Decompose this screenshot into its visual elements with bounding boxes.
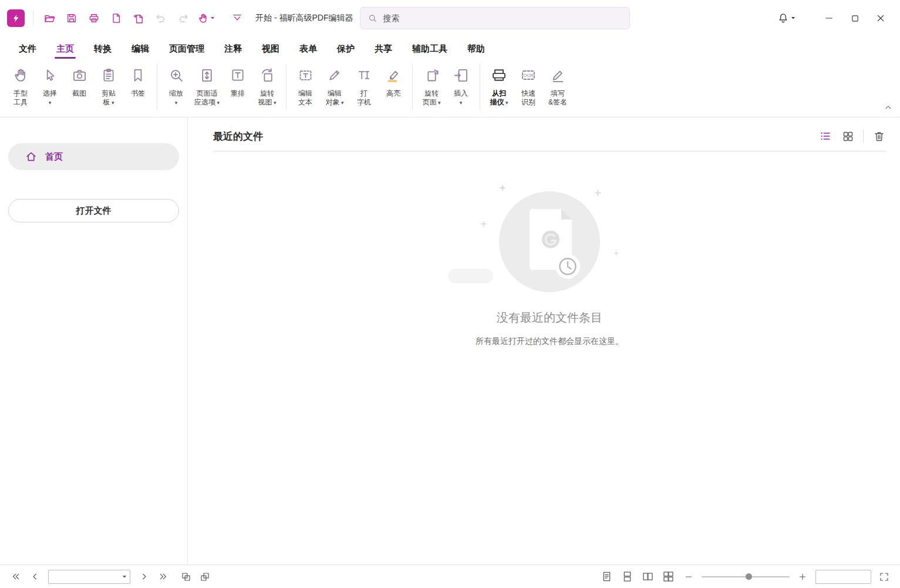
collapse-ribbon-button[interactable]	[884, 103, 893, 114]
rotate-pages-button[interactable]: 旋转 页面	[417, 63, 446, 109]
reflow-button[interactable]: 重排	[223, 63, 252, 99]
edit-object-button[interactable]: 编辑 对象	[320, 63, 349, 109]
fill-sign-label: 填写 &签名	[548, 89, 567, 107]
search-icon	[368, 13, 377, 23]
next-view-button[interactable]	[197, 569, 213, 584]
chevron-down-icon[interactable]	[119, 575, 130, 579]
save-icon	[66, 12, 77, 24]
maximize-button[interactable]	[842, 8, 867, 29]
home-icon	[25, 150, 38, 163]
illustration-circle	[499, 191, 600, 292]
facing-view-button[interactable]	[640, 569, 655, 584]
insert-pages-label: 插入	[454, 89, 468, 107]
tab-edit[interactable]: 编辑	[122, 39, 159, 59]
single-page-view-button[interactable]	[599, 569, 614, 584]
clear-recent-button[interactable]	[872, 129, 886, 143]
zoom-slider-thumb[interactable]	[746, 573, 752, 580]
undo-button[interactable]	[151, 8, 171, 28]
last-page-button[interactable]	[155, 569, 170, 584]
clipboard-icon	[101, 65, 116, 86]
tab-share[interactable]: 共享	[365, 39, 402, 59]
clipboard-button[interactable]: 剪贴 板	[94, 63, 123, 109]
chevron-right-icon	[139, 572, 149, 582]
tab-form[interactable]: 表单	[290, 39, 326, 59]
minimize-button[interactable]	[817, 8, 841, 29]
facing-continuous-view-button[interactable]	[660, 569, 676, 584]
previous-page-button[interactable]	[27, 569, 42, 584]
list-view-button[interactable]	[818, 129, 832, 143]
from-scanner-button[interactable]: 从扫 描仪	[484, 63, 514, 109]
toolbar-mode-button[interactable]	[227, 8, 247, 28]
titlebar-right	[773, 8, 893, 29]
page-number-input[interactable]	[49, 573, 119, 581]
quick-ocr-button[interactable]: OCR 快速 识别	[514, 63, 543, 108]
quick-ocr-label: 快速 识别	[521, 89, 535, 107]
search-box[interactable]	[360, 7, 630, 29]
rotate-view-button[interactable]: 旋转 视图	[252, 63, 282, 109]
tab-home[interactable]: 主页	[47, 39, 83, 59]
from-scanner-label: 从扫 描仪	[490, 89, 508, 107]
previous-view-button[interactable]	[178, 569, 194, 584]
fullscreen-button[interactable]	[877, 569, 892, 584]
titlebar: 开始 - 福昕高级PDF编辑器	[0, 0, 900, 36]
tab-accessibility[interactable]: 辅助工具	[403, 39, 457, 59]
insert-pages-button[interactable]: 插入	[446, 63, 476, 109]
grid-view-button[interactable]	[841, 129, 855, 143]
hand-tool-label: 手型 工具	[14, 89, 28, 107]
typewriter-button[interactable]: 打 字机	[349, 63, 379, 108]
toolbar-mode-icon	[231, 12, 243, 24]
open-file-sidebar-button[interactable]: 打开文件	[8, 199, 179, 222]
sidebar-item-home[interactable]: 首页	[8, 143, 179, 170]
tab-protect[interactable]: 保护	[328, 39, 364, 59]
tab-file[interactable]: 文件	[9, 39, 46, 59]
search-input[interactable]	[383, 13, 622, 23]
highlight-button[interactable]: 高亮	[379, 63, 408, 99]
zoom-level-combobox[interactable]	[815, 570, 871, 584]
window-title: 开始 - 福昕高级PDF编辑器	[255, 13, 353, 23]
snapshot-label: 截图	[72, 89, 86, 98]
edit-text-icon	[298, 65, 314, 86]
typewriter-icon	[356, 65, 372, 86]
ribbon: 手型 工具 选择 截图 剪贴 板 书签 缩放 页面适 应选项	[0, 59, 900, 117]
snapshot-button[interactable]: 截图	[65, 63, 94, 99]
hand-tool-button[interactable]: 手型 工具	[6, 63, 35, 108]
first-page-button[interactable]	[8, 569, 23, 584]
edit-text-label: 编辑 文本	[298, 89, 312, 107]
recent-files-panel: 最近的文件 +	[188, 117, 900, 565]
body: 首页 打开文件 最近的文件	[0, 117, 900, 565]
notifications-button[interactable]	[773, 8, 800, 29]
next-page-button[interactable]	[136, 569, 151, 584]
facing-pages-icon	[642, 571, 653, 582]
select-label: 选择	[43, 89, 57, 107]
edit-text-button[interactable]: 编辑 文本	[291, 63, 320, 108]
zoom-level-input[interactable]	[816, 573, 871, 581]
document-button[interactable]	[106, 8, 126, 28]
redo-button[interactable]	[173, 8, 193, 28]
zoom-out-button[interactable]	[681, 569, 696, 584]
tab-view[interactable]: 视图	[252, 39, 289, 59]
svg-text:OCR: OCR	[524, 73, 534, 78]
fill-sign-button[interactable]: 填写 &签名	[543, 63, 572, 108]
tab-page-management[interactable]: 页面管理	[160, 39, 214, 59]
hand-tool-quick-button[interactable]	[195, 8, 217, 28]
tab-comment[interactable]: 注释	[215, 39, 251, 59]
zoom-button[interactable]: 缩放	[161, 63, 191, 109]
tab-help[interactable]: 帮助	[458, 39, 494, 59]
zoom-in-button[interactable]	[795, 569, 810, 584]
empty-state-subtitle: 所有最近打开过的文件都会显示在这里。	[476, 336, 623, 347]
open-file-button[interactable]	[39, 8, 59, 28]
zoom-slider[interactable]	[702, 571, 790, 583]
fit-page-options-button[interactable]: 页面适 应选项	[191, 63, 223, 109]
tab-convert[interactable]: 转换	[85, 39, 121, 59]
bookmark-button[interactable]: 书签	[123, 63, 153, 99]
grid-view-icon	[842, 130, 854, 143]
save-button[interactable]	[62, 8, 82, 28]
continuous-view-button[interactable]	[619, 569, 635, 584]
page-number-combobox[interactable]	[48, 570, 130, 584]
list-view-icon	[819, 130, 832, 143]
new-document-button[interactable]	[129, 8, 149, 28]
select-button[interactable]: 选择	[35, 63, 65, 109]
print-button[interactable]	[84, 8, 104, 28]
close-button[interactable]	[868, 8, 893, 29]
fit-page-icon	[199, 65, 215, 86]
